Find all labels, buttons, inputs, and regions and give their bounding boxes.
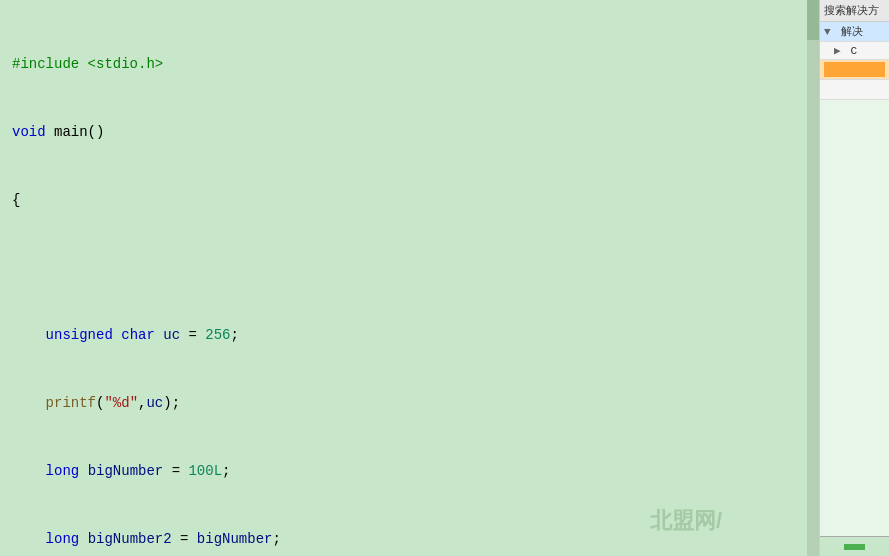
right-item-c[interactable]: ▶ C <box>820 42 889 60</box>
line-main: void main() <box>8 121 807 144</box>
search-label: 搜索解决方 <box>824 5 879 17</box>
right-item-3[interactable] <box>820 60 889 80</box>
right-scroll-thumb[interactable] <box>844 544 865 550</box>
minimap-thumb[interactable] <box>807 0 819 40</box>
line-uc-decl: unsigned char uc = 256; <box>8 324 807 347</box>
line-printf: printf("%d",uc); <box>8 392 807 415</box>
right-item-4[interactable] <box>820 80 889 100</box>
right-panel-bottom <box>820 536 889 556</box>
right-item-c-label: C <box>851 45 858 57</box>
minimap-scrollbar[interactable] <box>807 0 819 556</box>
right-bar-3 <box>824 62 885 77</box>
right-item-jiejue[interactable]: ▼ 解决 <box>820 22 889 42</box>
triangle-icon: ▶ <box>834 44 844 57</box>
right-panel-filler <box>820 100 889 536</box>
line-include: #include <stdio.h> <box>8 53 807 76</box>
code-editor[interactable]: #include <stdio.h> void main() { unsigne… <box>0 0 819 556</box>
right-panel: 搜索解决方 ▼ 解决 ▶ C <box>819 0 889 556</box>
code-content: #include <stdio.h> void main() { unsigne… <box>0 4 807 556</box>
line-brace-open: { <box>8 189 807 212</box>
expand-icon: ▼ <box>824 26 834 38</box>
code-panel: #include <stdio.h> void main() { unsigne… <box>0 0 807 556</box>
line-bignum2: long bigNumber2 = bigNumber; <box>8 528 807 551</box>
right-item-label: 解决 <box>841 26 863 38</box>
line-bignum: long bigNumber = 100L; <box>8 460 807 483</box>
search-bar[interactable]: 搜索解决方 <box>820 0 889 22</box>
line-empty-1 <box>8 256 807 279</box>
